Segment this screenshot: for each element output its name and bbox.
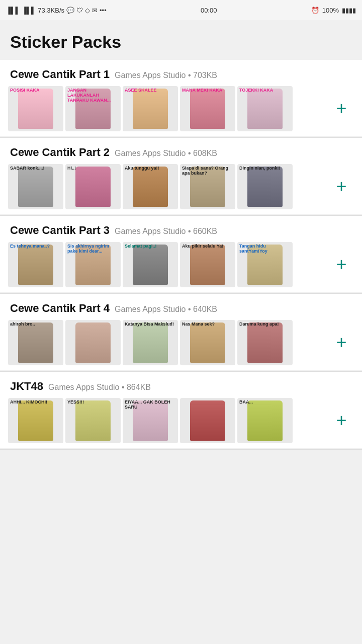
pack-meta: Games Apps Studio • 703KB [115,71,217,80]
sticker-label: Katanya Bisa Makslud! [125,322,174,327]
sticker-thumb: SABAR konk....! [8,164,63,209]
sticker-thumb: Katanya Bisa Makslud! [123,320,178,365]
sticker-thumb: Aku tunggu ya!! [123,164,178,209]
pack-name: JKT48 [10,380,43,393]
more-icon: ••• [100,7,107,14]
pack-card-pack1: Cewe Cantik Part 1Games Apps Studio • 70… [0,60,362,136]
pack-previews: SABAR konk....!Hi..!Aku tunggu ya!!Siapa… [8,164,327,209]
status-bar: ▐▌▌ ▐▌▌ 73.3KB/s 💬 🛡 ◇ ✉ ••• 00:00 ⏰ 100… [0,0,362,20]
pack-previews: Es tehnya mana..?Sis akhirnya ngirim pak… [8,242,327,287]
pack-meta: Games Apps Studio • 864KB [48,383,151,392]
sticker-label: ASEE SKALEE [125,88,157,93]
pack-previews-row: POSISI KAKAJANGAN LAKUKANLAH TANPAKU KAW… [0,86,362,131]
add-pack-button-pack5[interactable]: + [329,408,354,433]
messenger-icon: 💬 [66,7,74,14]
sticker-thumb: ASEE SKALEE [123,86,178,131]
sticker-thumb: Tangan hidu santYam!Yoy [237,242,293,287]
sticker-thumb: BAA... [237,398,293,443]
pack-previews-row: AHHI... KIMOCHI!YESS!!!EIYAA... GAK BOLE… [0,398,362,443]
sticker-thumb: AHHI... KIMOCHI! [8,398,63,443]
sticker-thumb: Nas Mana sek? [180,320,235,365]
sticker-label: Es tehnya mana..? [10,244,50,249]
sticker-thumb: POSISI KAKA [8,86,63,131]
pack-meta: Games Apps Studio • 640KB [115,305,217,314]
pack-header: Cewe Cantik Part 1Games Apps Studio • 70… [0,68,362,86]
pack-previews-row: SABAR konk....!Hi..!Aku tunggu ya!!Siapa… [0,164,362,209]
signal-bars: ▐▌▌ [22,7,36,14]
sticker-thumb [65,320,121,365]
sticker-label: SABAR konk....! [10,166,45,171]
sticker-thumb [180,398,235,443]
pack-previews-row: ahiroh bro..Katanya Bisa Makslud!Nas Man… [0,320,362,365]
sticker-label: Daruma kung apa! [239,322,279,327]
shield-icon: 🛡 [76,7,83,14]
sticker-label: Tangan hidu santYam!Yoy [239,244,290,254]
pack-name: Cewe Cantik Part 4 [10,302,110,315]
add-pack-button-pack1[interactable]: + [329,96,354,121]
pack-card-pack2: Cewe Cantik Part 2Games Apps Studio • 60… [0,138,362,214]
sticker-thumb: Es tehnya mana..? [8,242,63,287]
sticker-thumb: Selamat pagi..! [123,242,178,287]
status-right: ⏰ 100% ▮▮▮▮ [311,7,356,14]
pack-header: Cewe Cantik Part 4Games Apps Studio • 64… [0,302,362,320]
sticker-label: Siapa di sana? Orang apa bukan? [182,166,232,176]
add-pack-button-pack4[interactable]: + [329,330,354,355]
sticker-label: Aku tunggu ya!! [125,166,159,171]
sticker-label: Selamat pagi..! [125,244,157,249]
sticker-label: Nas Mana sek? [182,322,215,327]
sticker-thumb: ahiroh bro.. [8,320,63,365]
sticker-thumb: EIYAA... GAK BOLEH SARU [123,398,178,443]
battery-icon: ▮▮▮▮ [342,7,356,14]
pack-card-pack5: JKT48Games Apps Studio • 864KBAHHI... KI… [0,372,362,448]
sticker-label: TOJEKKI KAKA [239,88,273,93]
pack-meta: Games Apps Studio • 660KB [115,227,217,236]
sticker-thumb: Daruma kung apa! [237,320,293,365]
sticker-label: AHHI... KIMOCHI! [10,400,47,405]
sticker-label: Dingin nian, ponk!! [239,166,281,171]
pack-previews: ahiroh bro..Katanya Bisa Makslud!Nas Man… [8,320,327,365]
signal-icon: ▐▌▌ [6,7,20,14]
status-left: ▐▌▌ ▐▌▌ 73.3KB/s 💬 🛡 ◇ ✉ ••• [6,7,107,14]
sticker-thumb: Aku pikir selalu Ya! [180,242,235,287]
battery-percent: 100% [322,7,339,14]
sticker-label: MANA MEKI KAKA [182,88,222,93]
pack-meta: Games Apps Studio • 608KB [115,149,217,158]
pack-card-pack3: Cewe Cantik Part 3Games Apps Studio • 66… [0,216,362,292]
add-pack-button-pack3[interactable]: + [329,252,354,277]
sticker-thumb: Sis akhirnya ngirim pake kimi dear... [65,242,121,287]
pack-previews: POSISI KAKAJANGAN LAKUKANLAH TANPAKU KAW… [8,86,327,131]
sticker-label: ahiroh bro.. [10,322,35,327]
sticker-thumb: Hi..! [65,164,121,209]
sticker-thumb: YESS!!! [65,398,121,443]
sticker-thumb: JANGAN LAKUKANLAH TANPAKU KAWAN... [65,86,121,131]
sticker-label: Aku pikir selalu Ya! [182,244,223,249]
page-title: Sticker Packs [0,20,362,60]
alarm-icon: ⏰ [311,7,319,14]
pack-header: JKT48Games Apps Studio • 864KB [0,380,362,398]
add-pack-button-pack2[interactable]: + [329,174,354,199]
sticker-thumb: MANA MEKI KAKA [180,86,235,131]
sticker-label: BAA... [239,400,253,405]
sticker-label: YESS!!! [67,400,84,405]
sticker-label: POSISI KAKA [10,88,40,93]
pack-header: Cewe Cantik Part 3Games Apps Studio • 66… [0,224,362,242]
time: 00:00 [201,7,217,14]
pack-name: Cewe Cantik Part 3 [10,224,110,237]
sticker-label: EIYAA... GAK BOLEH SARU [125,400,175,410]
sticker-thumb: Dingin nian, ponk!! [237,164,293,209]
data-speed: 73.3KB/s [38,7,64,14]
pack-previews: AHHI... KIMOCHI!YESS!!!EIYAA... GAK BOLE… [8,398,327,443]
sticker-label: Hi..! [67,166,76,171]
pack-name: Cewe Cantik Part 1 [10,68,110,81]
pack-previews-row: Es tehnya mana..?Sis akhirnya ngirim pak… [0,242,362,287]
sticker-label: JANGAN LAKUKANLAH TANPAKU KAWAN... [67,88,118,103]
pack-header: Cewe Cantik Part 2Games Apps Studio • 60… [0,146,362,164]
pack-card-pack4: Cewe Cantik Part 4Games Apps Studio • 64… [0,294,362,370]
sticker-thumb: Siapa di sana? Orang apa bukan? [180,164,235,209]
sticker-label: Sis akhirnya ngirim pake kimi dear... [67,244,118,254]
pack-name: Cewe Cantik Part 2 [10,146,110,159]
sticker-thumb: TOJEKKI KAKA [237,86,293,131]
mail-icon: ✉ [92,7,98,14]
vpn-icon: ◇ [85,7,90,14]
